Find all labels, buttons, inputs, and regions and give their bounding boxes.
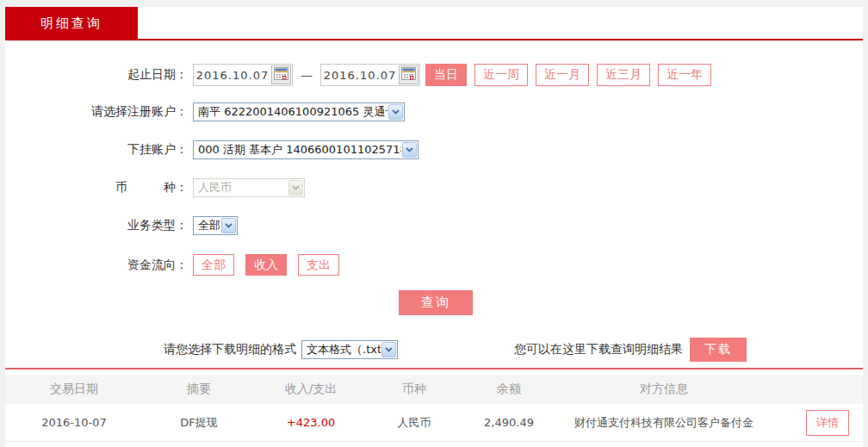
date-range-row: 起止日期： 2016.10.07 <box>5 64 711 86</box>
download-format-value: 文本格式（.txt） <box>302 342 381 357</box>
tab-detail-query[interactable]: 明细查询 <box>5 7 138 40</box>
currency-select: 人民币 <box>193 178 305 197</box>
download-hint-text: 您可以在这里下载查询明细结果 <box>514 342 683 357</box>
header-amount: 收入/支出 <box>255 382 367 397</box>
date-range-label: 起止日期： <box>5 67 188 83</box>
business-type-select[interactable]: 全部 <box>193 216 238 235</box>
calendar-icon <box>401 67 416 84</box>
chevron-down-icon <box>288 180 303 196</box>
sub-account-row: 下挂账户： 000 活期 基本户 1406600101102571848 <box>5 140 418 159</box>
download-format-label: 请您选择下载明细的格式 <box>164 342 296 357</box>
table-header-row: 交易日期 摘要 收入/支出 币种 余额 对方信息 <box>5 375 863 404</box>
table-top-divider <box>5 368 863 369</box>
registered-account-select[interactable]: 南平 6222001406100921065 灵通卡 <box>193 102 405 121</box>
tab-underline <box>5 39 863 40</box>
calendar-icon <box>274 67 288 84</box>
end-date-input[interactable]: 2016.10.07 <box>320 64 420 86</box>
fund-flow-row: 资金流向： 全部 收入 支出 <box>5 254 339 276</box>
registered-account-value: 南平 6222001406100921065 灵通卡 <box>194 104 388 120</box>
quick-range-today-button[interactable]: 当日 <box>425 64 467 86</box>
business-type-row: 业务类型： 全部 <box>5 216 238 235</box>
download-row: 请您选择下载明细的格式 文本格式（.txt） 您可以在这里下载查询明细结果 下载 <box>164 338 747 362</box>
table-row: 2016-10-07 DF提现 +423.00 人民币 2,490.49 财付通… <box>5 404 863 442</box>
header-currency: 币种 <box>367 382 462 397</box>
fund-flow-income-button[interactable]: 收入 <box>245 254 287 276</box>
download-format-select[interactable]: 文本格式（.txt） <box>301 340 398 359</box>
currency-row: 币 种： 人民币 <box>5 178 305 197</box>
registered-account-label: 请选择注册账户： <box>5 104 188 120</box>
sub-account-select[interactable]: 000 活期 基本户 1406600101102571848 <box>193 140 418 159</box>
cell-counterparty: 财付通支付科技有限公司客户备付金 <box>556 415 772 431</box>
chevron-down-icon <box>221 218 236 233</box>
start-date-calendar-button[interactable] <box>271 65 291 84</box>
chevron-down-icon <box>381 342 396 357</box>
start-date-input[interactable]: 2016.10.07 <box>193 64 293 86</box>
end-date-calendar-button[interactable] <box>399 65 418 84</box>
header-summary: 摘要 <box>143 382 255 397</box>
fund-flow-all-button[interactable]: 全部 <box>193 254 234 276</box>
business-type-value: 全部 <box>194 218 220 233</box>
date-separator: — <box>301 68 313 82</box>
cell-date: 2016-10-07 <box>5 416 143 429</box>
detail-button[interactable]: 详情 <box>806 410 849 436</box>
start-date-value[interactable]: 2016.10.07 <box>194 69 271 82</box>
quick-range-year-button[interactable]: 近一年 <box>658 64 711 86</box>
cell-summary: DF提现 <box>143 415 255 431</box>
currency-label: 币 种： <box>5 180 188 196</box>
chevron-down-icon <box>402 142 417 158</box>
cell-currency: 人民币 <box>367 415 462 431</box>
header-date: 交易日期 <box>5 382 143 397</box>
quick-range-week-button[interactable]: 近一周 <box>474 64 528 86</box>
download-button[interactable]: 下载 <box>690 338 747 362</box>
header-balance: 余额 <box>462 382 556 397</box>
header-counterparty: 对方信息 <box>556 382 772 397</box>
quick-range-3months-button[interactable]: 近三月 <box>597 64 650 86</box>
query-button[interactable]: 查询 <box>399 290 473 315</box>
cell-balance: 2,490.49 <box>462 416 556 429</box>
quick-range-month-button[interactable]: 近一月 <box>536 64 589 86</box>
cell-amount: +423.00 <box>255 416 367 429</box>
fund-flow-label: 资金流向： <box>5 258 188 273</box>
content-panel: 明细查询 起止日期： 2016.10.07 <box>5 7 863 447</box>
chevron-down-icon <box>388 104 403 120</box>
end-date-value[interactable]: 2016.10.07 <box>321 69 399 82</box>
sub-account-value: 000 活期 基本户 1406600101102571848 <box>194 142 401 158</box>
fund-flow-expense-button[interactable]: 支出 <box>298 254 339 276</box>
sub-account-label: 下挂账户： <box>5 142 188 158</box>
registered-account-row: 请选择注册账户： 南平 6222001406100921065 灵通卡 <box>5 102 405 121</box>
currency-value: 人民币 <box>194 180 288 196</box>
business-type-label: 业务类型： <box>5 218 188 233</box>
